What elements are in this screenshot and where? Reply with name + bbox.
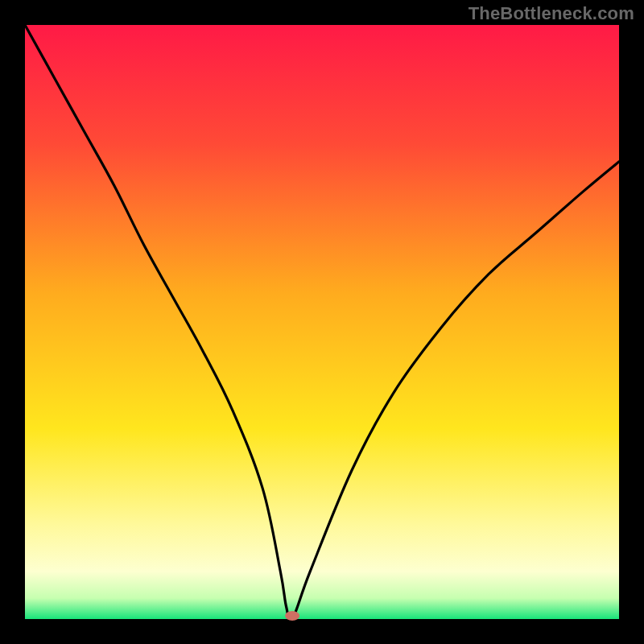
chart-frame: { "watermark": "TheBottleneck.com", "cha…: [0, 0, 644, 644]
bottleneck-chart: [0, 0, 644, 644]
optimum-marker: [285, 611, 299, 621]
plot-background: [25, 25, 619, 619]
